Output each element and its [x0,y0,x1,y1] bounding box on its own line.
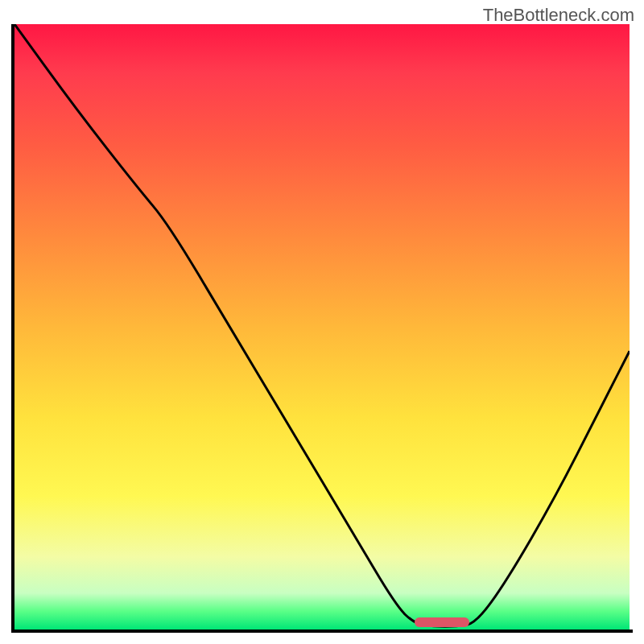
optimal-range-marker [415,617,470,627]
bottleneck-curve [14,24,630,630]
chart-container: TheBottleneck.com [0,0,644,644]
plot-area [14,24,630,630]
x-axis [11,630,633,633]
watermark-text: TheBottleneck.com [483,5,634,26]
